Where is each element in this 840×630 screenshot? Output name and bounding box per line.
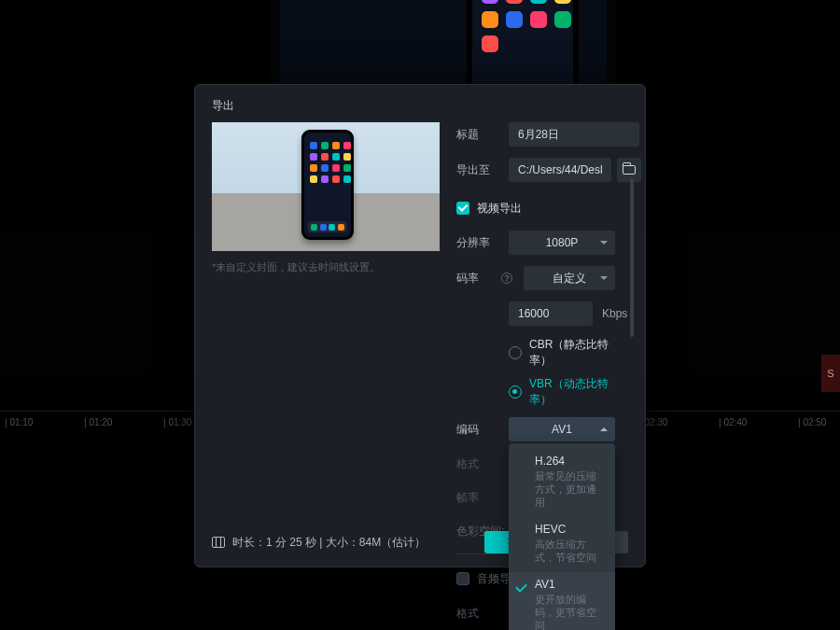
export-dialog: 导出 *未自定义封面，建议去时间线设置。	[194, 84, 646, 567]
encoding-dropdown-menu: H.264最常见的压缩方式，更加通用HEVC高效压缩方式，节省空间AV1更开放的…	[509, 443, 615, 630]
format-label: 格式	[456, 456, 509, 472]
vbr-radio-label: VBR（动态比特率）	[529, 376, 615, 408]
export-stats: 时长： 1 分 25 秒 | 大小：84M（估计）	[212, 535, 426, 551]
resolution-select[interactable]: 1080P	[509, 231, 615, 255]
resolution-label: 分辨率	[456, 235, 509, 251]
chevron-down-icon	[600, 241, 608, 245]
bitrate-number-input[interactable]	[509, 301, 593, 326]
encoding-select[interactable]: AV1	[509, 417, 615, 441]
title-input[interactable]	[509, 122, 639, 147]
path-input[interactable]	[509, 158, 611, 182]
encoding-option-hevc[interactable]: HEVC高效压缩方式，节省空间	[509, 517, 615, 572]
path-label: 导出至	[456, 162, 509, 178]
fps-label: 帧率	[456, 490, 509, 506]
browse-folder-button[interactable]	[617, 158, 641, 182]
bitrate-mode-select[interactable]: 自定义	[524, 266, 615, 290]
encoding-label: 编码	[456, 422, 509, 438]
video-export-header: 视频导出	[477, 201, 522, 217]
stats-text: 1 分 25 秒 | 大小：84M（估计）	[266, 535, 426, 551]
chevron-down-icon	[600, 276, 608, 280]
video-export-checkbox[interactable]	[456, 202, 469, 215]
encoding-option-av1[interactable]: AV1更开放的编码，更节省空间	[509, 572, 615, 630]
cover-hint: *未自定义封面，建议去时间线设置。	[212, 260, 440, 274]
vbr-radio-row[interactable]: VBR（动态比特率）	[509, 376, 615, 408]
cbr-radio-label: CBR（静态比特率）	[529, 337, 615, 369]
audio-format-label: 格式	[456, 606, 509, 622]
cbr-radio[interactable]	[509, 346, 522, 359]
encoding-option-h264[interactable]: H.264最常见的压缩方式，更加通用	[509, 449, 615, 517]
bitrate-unit: Kbps	[602, 307, 627, 320]
stats-prefix: 时长：	[232, 535, 266, 551]
bitrate-mode-value: 自定义	[553, 271, 586, 287]
resolution-value: 1080P	[546, 236, 579, 249]
film-icon	[212, 537, 225, 548]
audio-export-checkbox[interactable]	[456, 572, 469, 585]
chevron-up-icon	[600, 427, 608, 431]
folder-icon	[623, 165, 636, 175]
info-icon[interactable]: ?	[501, 273, 512, 284]
cbr-radio-row[interactable]: CBR（静态比特率）	[509, 337, 615, 369]
dialog-title: 导出	[212, 98, 628, 113]
encoding-value: AV1	[552, 423, 572, 436]
vbr-radio[interactable]	[509, 385, 522, 399]
title-label: 标题	[456, 127, 509, 143]
timeline-marker: S	[821, 355, 840, 392]
cover-thumbnail[interactable]	[212, 122, 440, 251]
